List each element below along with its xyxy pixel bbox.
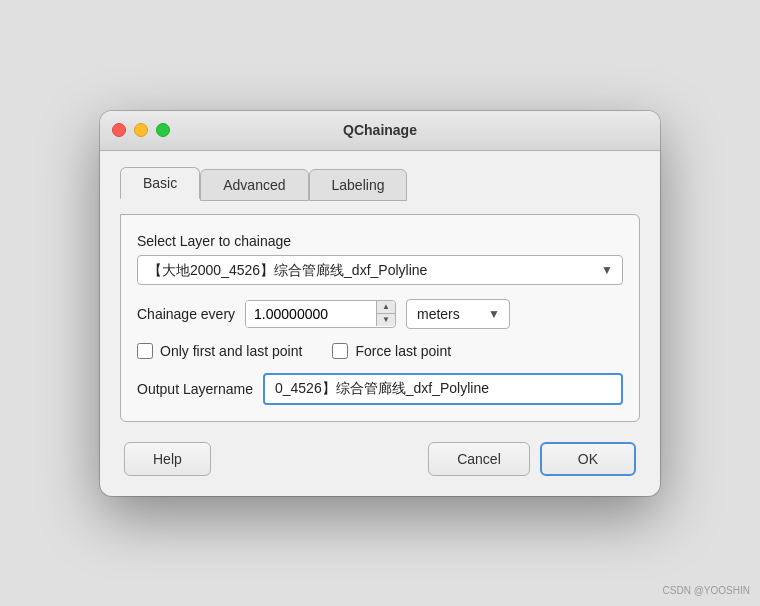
select-layer-row: Select Layer to chainage 【大地2000_4526】综合… bbox=[137, 233, 623, 285]
chainage-input[interactable] bbox=[246, 301, 376, 327]
spinbox-buttons: ▲ ▼ bbox=[376, 301, 395, 326]
window-title: QChainage bbox=[343, 122, 417, 138]
cancel-button[interactable]: Cancel bbox=[428, 442, 530, 476]
layer-select[interactable]: 【大地2000_4526】综合管廊线_dxf_Polyline bbox=[137, 255, 623, 285]
chainage-label: Chainage every bbox=[137, 306, 235, 322]
close-button[interactable] bbox=[112, 123, 126, 137]
buttons-row: Help Cancel OK bbox=[120, 442, 640, 476]
window-content: Basic Advanced Labeling Select Layer to … bbox=[100, 151, 660, 496]
tab-labeling[interactable]: Labeling bbox=[309, 169, 408, 201]
chainage-spinbox: ▲ ▼ bbox=[245, 300, 396, 328]
output-row: Output Layername bbox=[137, 373, 623, 405]
select-layer-label: Select Layer to chainage bbox=[137, 233, 623, 249]
tab-basic[interactable]: Basic bbox=[120, 167, 200, 199]
checkbox-force-last-label: Force last point bbox=[355, 343, 451, 359]
checkbox-first-last-label: Only first and last point bbox=[160, 343, 302, 359]
checkbox-force-last-input[interactable] bbox=[332, 343, 348, 359]
watermark: CSDN @YOOSHIN bbox=[663, 585, 750, 596]
tabs-container: Basic Advanced Labeling bbox=[120, 167, 640, 199]
title-bar: QChainage bbox=[100, 111, 660, 151]
checkbox-force-last[interactable]: Force last point bbox=[332, 343, 451, 359]
spinbox-up-button[interactable]: ▲ bbox=[377, 301, 395, 314]
layer-select-wrapper: 【大地2000_4526】综合管廊线_dxf_Polyline ▼ bbox=[137, 255, 623, 285]
unit-select-wrapper: metersfeetkilometersmiles ▼ bbox=[406, 299, 510, 329]
output-label: Output Layername bbox=[137, 381, 253, 397]
spinbox-down-button[interactable]: ▼ bbox=[377, 314, 395, 326]
minimize-button[interactable] bbox=[134, 123, 148, 137]
help-button[interactable]: Help bbox=[124, 442, 211, 476]
output-input[interactable] bbox=[263, 373, 623, 405]
checkboxes-row: Only first and last point Force last poi… bbox=[137, 343, 623, 359]
chainage-row: Chainage every ▲ ▼ metersfeetkilometersm… bbox=[137, 299, 623, 329]
checkbox-first-last-input[interactable] bbox=[137, 343, 153, 359]
tab-content-basic: Select Layer to chainage 【大地2000_4526】综合… bbox=[120, 214, 640, 422]
checkbox-first-last[interactable]: Only first and last point bbox=[137, 343, 302, 359]
maximize-button[interactable] bbox=[156, 123, 170, 137]
unit-select[interactable]: metersfeetkilometersmiles bbox=[406, 299, 510, 329]
main-window: QChainage Basic Advanced Labeling Select… bbox=[100, 111, 660, 496]
tab-advanced[interactable]: Advanced bbox=[200, 169, 308, 201]
traffic-lights bbox=[112, 123, 170, 137]
ok-button[interactable]: OK bbox=[540, 442, 636, 476]
right-buttons: Cancel OK bbox=[428, 442, 636, 476]
